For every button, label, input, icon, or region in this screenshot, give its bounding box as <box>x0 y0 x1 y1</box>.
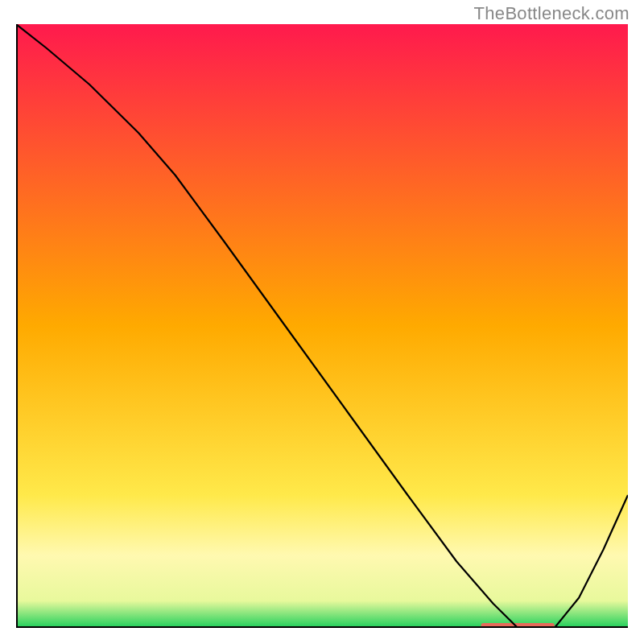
watermark-text: TheBottleneck.com <box>474 3 630 24</box>
chart-root: TheBottleneck.com <box>0 0 644 644</box>
chart-plot-area <box>16 24 628 628</box>
chart-svg <box>16 24 628 628</box>
chart-background <box>16 24 628 628</box>
